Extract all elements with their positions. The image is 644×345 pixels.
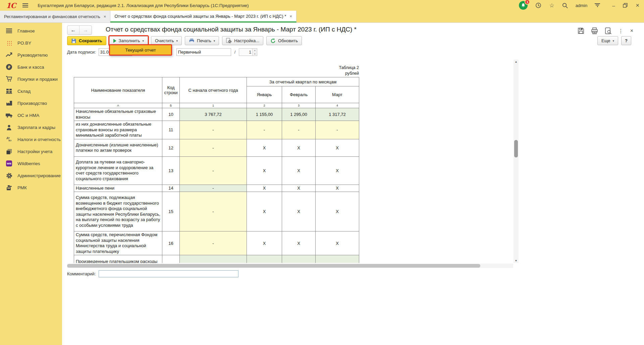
february-cell[interactable]: X: [282, 139, 316, 156]
row-code-cell: 14: [162, 185, 180, 192]
history-icon[interactable]: [535, 2, 542, 9]
scroll-up-icon[interactable]: ▲: [514, 60, 519, 64]
save-button[interactable]: Сохранить: [67, 36, 106, 45]
save-icon[interactable]: [578, 27, 584, 34]
march-cell[interactable]: 1 317,72: [316, 108, 359, 121]
february-cell[interactable]: X: [282, 231, 316, 255]
menu-lines-icon: [5, 27, 13, 34]
sidebar-item-nalogi-otchetnost[interactable]: ДтКт Налоги и отчетность: [0, 133, 62, 145]
history-nav: ← →: [67, 25, 92, 35]
january-cell[interactable]: 1 155,00: [247, 108, 282, 121]
march-cell[interactable]: X: [316, 139, 359, 156]
sidebar-item-os-nma[interactable]: ОС и НМА: [0, 109, 62, 121]
service-menu-icon[interactable]: ▾: [595, 3, 600, 7]
current-user[interactable]: admin: [576, 3, 587, 8]
table-row: Доначисленные (излишне начисленные) плат…: [74, 139, 359, 156]
correction-number-input[interactable]: [239, 49, 252, 56]
ytd-cell[interactable]: -: [180, 139, 247, 156]
fill-menu-item-current-report[interactable]: Текущий отчет: [109, 44, 172, 56]
settings-button[interactable]: Настройка...: [222, 36, 263, 45]
print-preview-icon[interactable]: [605, 27, 611, 34]
forward-button[interactable]: →: [79, 26, 92, 34]
close-tab-icon[interactable]: ×: [289, 14, 292, 19]
restore-window-icon[interactable]: [623, 3, 628, 8]
sidebar-item-administrirovanie[interactable]: Администрирование: [0, 169, 62, 182]
february-cell[interactable]: [282, 255, 316, 263]
more-button[interactable]: Еще ▾: [597, 36, 618, 45]
january-cell[interactable]: -: [247, 121, 282, 139]
horizontal-scroll-thumb[interactable]: [67, 264, 480, 268]
january-cell[interactable]: X: [247, 156, 282, 185]
report-type-input[interactable]: [176, 48, 231, 56]
january-cell[interactable]: [247, 255, 282, 263]
sidebar-item-rmk[interactable]: РМК: [0, 182, 62, 194]
ytd-cell[interactable]: -: [180, 192, 247, 231]
january-cell[interactable]: X: [247, 192, 282, 231]
ytd-cell[interactable]: -: [180, 156, 247, 185]
january-cell[interactable]: X: [247, 231, 282, 255]
ytd-cell[interactable]: -: [180, 185, 247, 192]
sidebar-item-proizvodstvo[interactable]: Производство: [0, 97, 62, 109]
january-cell[interactable]: X: [247, 139, 282, 156]
scroll-down-icon[interactable]: ▼: [514, 259, 519, 263]
vertical-scroll-thumb[interactable]: [514, 140, 518, 157]
col-header-ytd: С начала отчетного года: [180, 77, 247, 103]
horizontal-scrollbar[interactable]: [67, 264, 513, 268]
notifications-button[interactable]: 1: [519, 1, 528, 10]
sidebar: Главное PO.BY Руководителю ₽ Банк и касс…: [0, 23, 62, 345]
print-button[interactable]: Печать ▾: [185, 36, 219, 45]
correction-number-stepper[interactable]: ▴ ▾: [239, 48, 257, 56]
sidebar-item-pokupki-prodazhi[interactable]: Покупки и продажи: [0, 73, 62, 85]
notification-badge: 1: [525, 0, 530, 5]
sidebar-item-zarplata-kadry[interactable]: Зарплата и кадры: [0, 121, 62, 133]
close-tab-icon[interactable]: ×: [104, 14, 106, 19]
tab-regulated-reporting[interactable]: Регламентированная и финансовая отчетнос…: [0, 11, 110, 22]
march-cell[interactable]: [316, 255, 359, 263]
march-cell[interactable]: X: [316, 231, 359, 255]
march-cell[interactable]: X: [316, 192, 359, 231]
february-cell[interactable]: X: [282, 185, 316, 192]
ytd-cell[interactable]: -: [180, 121, 247, 139]
february-cell[interactable]: X: [282, 192, 316, 231]
march-cell[interactable]: X: [316, 156, 359, 185]
february-cell[interactable]: -: [282, 121, 316, 139]
spin-up-icon[interactable]: ▴: [253, 49, 257, 52]
row-name-cell: Сумма средств, подлежащая возмещению в б…: [74, 192, 162, 231]
sidebar-item-rukovoditelyu[interactable]: Руководителю: [0, 49, 62, 61]
print-icon[interactable]: [591, 27, 598, 34]
table-row: Начисленные обязательные страховые взнос…: [74, 108, 359, 121]
sidebar-item-sklad[interactable]: Склад: [0, 85, 62, 97]
help-button[interactable]: ?: [621, 36, 631, 45]
ytd-cell[interactable]: 3 767,72: [180, 108, 247, 121]
february-cell[interactable]: X: [282, 156, 316, 185]
sidebar-item-poby[interactable]: PO.BY: [0, 37, 62, 49]
col-header-quarter: За отчетный квартал по месяцам: [247, 77, 359, 86]
main-menu-icon[interactable]: [22, 3, 28, 7]
more-actions-icon[interactable]: ⋮: [618, 28, 624, 34]
sidebar-item-wildberries[interactable]: WB Wildberries: [0, 157, 62, 169]
vertical-scrollbar[interactable]: ▲ ▼: [514, 60, 519, 263]
clear-button[interactable]: Очистить ▾: [151, 36, 182, 45]
cart-icon: [5, 76, 13, 82]
sidebar-item-nastroyki-ucheta[interactable]: Настройки учета: [0, 145, 62, 157]
january-cell[interactable]: X: [247, 185, 282, 192]
march-cell[interactable]: -: [316, 121, 359, 139]
fill-button[interactable]: Заполнить ▾: [109, 36, 148, 45]
ytd-cell[interactable]: -: [180, 231, 247, 255]
close-form-icon[interactable]: ×: [630, 28, 633, 34]
minimize-button[interactable]: –: [612, 3, 615, 8]
ytd-cell[interactable]: [180, 255, 247, 263]
march-cell[interactable]: X: [316, 185, 359, 192]
search-icon[interactable]: [562, 2, 568, 9]
favorites-star-icon[interactable]: ☆: [549, 3, 554, 8]
refresh-button[interactable]: Обновить: [266, 36, 302, 45]
tab-social-fund-report[interactable]: Отчет о средствах фонда социальной защит…: [110, 11, 296, 22]
sidebar-item-glavnoe[interactable]: Главное: [0, 25, 62, 37]
spin-down-icon[interactable]: ▾: [253, 52, 257, 56]
back-button[interactable]: ←: [67, 26, 79, 34]
sidebar-item-bank-kassa[interactable]: ₽ Банк и касса: [0, 61, 62, 73]
close-window-icon[interactable]: ×: [636, 2, 639, 9]
comment-input[interactable]: [99, 270, 238, 277]
trend-chart-icon: [5, 52, 13, 58]
february-cell[interactable]: 1 295,00: [282, 108, 316, 121]
